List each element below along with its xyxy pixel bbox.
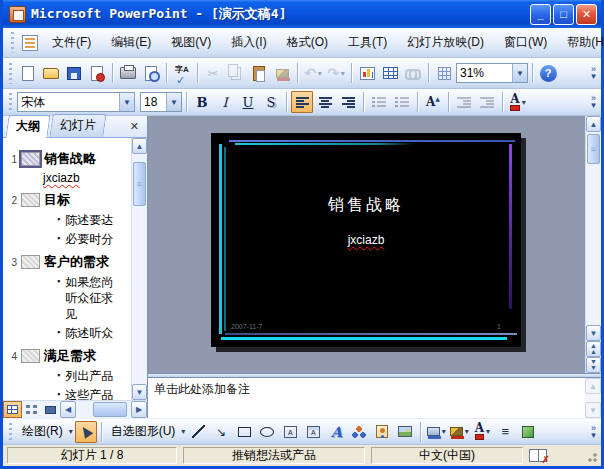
slide-thumbnail-icon[interactable] xyxy=(21,152,40,166)
wordart-button[interactable]: A xyxy=(325,421,347,443)
insert-table-button[interactable] xyxy=(379,62,401,84)
notes-placeholder[interactable]: 单击此处添加备注 xyxy=(148,378,585,418)
slide-sorter-view-button[interactable] xyxy=(22,401,41,418)
scroll-down-icon[interactable]: ▼ xyxy=(132,384,147,400)
outline-title[interactable]: 销售战略 xyxy=(44,150,96,168)
draw-font-color-button[interactable]: A▾ xyxy=(471,421,493,443)
hscroll-track[interactable] xyxy=(76,401,131,418)
outline-bullet[interactable]: 列出产品 xyxy=(7,368,131,384)
scroll-left-icon[interactable]: ◀ xyxy=(60,401,76,418)
pane-close-icon[interactable]: ✕ xyxy=(124,118,145,137)
menu-insert[interactable]: 插入(I) xyxy=(221,29,276,56)
minimize-button[interactable]: _ xyxy=(530,4,551,25)
print-preview-button[interactable] xyxy=(140,62,162,84)
numbering-button[interactable] xyxy=(368,91,390,113)
previous-slide-icon[interactable]: ▲▲ xyxy=(586,341,601,357)
slide-thumbnail-icon[interactable] xyxy=(21,349,40,363)
slide-canvas[interactable]: 销售战略 jxciazb 2007-11-7 1 xyxy=(148,116,585,373)
italic-button[interactable]: I xyxy=(214,91,236,113)
help-button[interactable]: ? xyxy=(537,62,559,84)
slide-thumbnail-icon[interactable] xyxy=(21,193,40,207)
menu-slideshow[interactable]: 幻灯片放映(D) xyxy=(397,29,494,56)
next-slide-icon[interactable]: ▼▼ xyxy=(586,357,601,373)
underline-button[interactable]: U xyxy=(237,91,259,113)
bullets-button[interactable] xyxy=(391,91,413,113)
slide-scroll-thumb[interactable] xyxy=(587,134,600,164)
formatting-toolbar-gripper[interactable] xyxy=(8,93,13,111)
increase-font-size-button[interactable]: A xyxy=(422,91,444,113)
print-button[interactable] xyxy=(117,62,139,84)
toolbar-options-icon[interactable]: »▾ xyxy=(588,66,599,80)
fill-color-button[interactable]: ▾ xyxy=(425,421,447,443)
menu-window[interactable]: 窗口(W) xyxy=(494,29,557,56)
font-name-dropdown-icon[interactable]: ▼ xyxy=(119,93,134,111)
slide[interactable]: 销售战略 jxciazb 2007-11-7 1 xyxy=(211,133,521,347)
scroll-right-icon[interactable]: ▶ xyxy=(131,401,147,418)
standard-toolbar-gripper[interactable] xyxy=(8,63,13,84)
menu-format[interactable]: 格式(O) xyxy=(277,29,338,56)
font-size-dropdown-icon[interactable]: ▼ xyxy=(166,93,181,111)
menu-file[interactable]: 文件(F) xyxy=(42,29,101,56)
menu-gripper[interactable] xyxy=(10,32,15,52)
shape-3d-button[interactable] xyxy=(517,421,539,443)
document-icon[interactable] xyxy=(22,35,38,51)
show-grid-button[interactable] xyxy=(433,62,455,84)
outline-bullet[interactable]: 如果您尚 听众征求 见 xyxy=(7,274,131,322)
outline-text[interactable]: jxciazb xyxy=(7,171,131,185)
paste-button[interactable] xyxy=(248,62,270,84)
close-button[interactable]: ✕ xyxy=(576,4,597,25)
outline-title[interactable]: 目标 xyxy=(44,191,70,209)
drawing-toolbar-gripper[interactable] xyxy=(8,423,13,441)
slide-thumbnail-icon[interactable] xyxy=(21,255,40,269)
menu-edit[interactable]: 编辑(E) xyxy=(101,29,161,56)
line-button[interactable] xyxy=(187,421,209,443)
redo-button[interactable]: ↷▾ xyxy=(325,62,347,84)
menu-tools[interactable]: 工具(T) xyxy=(338,29,397,56)
normal-view-button[interactable] xyxy=(3,401,22,418)
format-painter-button[interactable] xyxy=(271,62,293,84)
insert-hyperlink-button[interactable] xyxy=(402,62,424,84)
status-template-name[interactable]: 推销想法或产品 xyxy=(183,447,365,464)
tab-slides[interactable]: 幻灯片 xyxy=(49,114,106,137)
align-center-button[interactable] xyxy=(314,91,336,113)
increase-indent-button[interactable] xyxy=(476,91,498,113)
spelling-button[interactable]: 字A xyxy=(171,62,193,84)
scroll-down-icon[interactable]: ▼ xyxy=(585,402,601,418)
select-objects-button[interactable] xyxy=(75,421,97,443)
diagram-button[interactable] xyxy=(348,421,370,443)
decrease-indent-button[interactable] xyxy=(453,91,475,113)
slide-subtitle[interactable]: jxciazb xyxy=(211,233,521,247)
insert-chart-button[interactable] xyxy=(356,62,378,84)
arrow-button[interactable]: ↘ xyxy=(210,421,232,443)
outline-title[interactable]: 客户的需求 xyxy=(44,253,109,271)
outline-scroll-thumb[interactable] xyxy=(133,162,146,206)
align-left-button[interactable] xyxy=(291,91,313,113)
status-language[interactable]: 中文(中国) xyxy=(371,447,523,464)
line-style-button[interactable]: ≡ xyxy=(494,421,516,443)
slideshow-view-button[interactable] xyxy=(41,401,60,418)
bold-button[interactable]: B xyxy=(191,91,213,113)
autoshapes-menu-button[interactable]: 自选图形(U)▾ xyxy=(106,421,187,443)
shadow-button[interactable]: S xyxy=(260,91,282,113)
scroll-up-icon[interactable]: ▲ xyxy=(586,116,601,132)
maximize-button[interactable]: □ xyxy=(553,4,574,25)
resize-grip[interactable] xyxy=(585,450,597,462)
align-right-button[interactable] xyxy=(337,91,359,113)
menu-help[interactable]: 帮助(H) xyxy=(557,29,604,56)
scroll-down-icon[interactable]: ▼ xyxy=(586,325,601,341)
spell-check-status-icon[interactable] xyxy=(529,449,547,462)
open-button[interactable] xyxy=(40,62,62,84)
outline-title[interactable]: 满足需求 xyxy=(44,347,96,365)
oval-button[interactable] xyxy=(256,421,278,443)
tab-outline[interactable]: 大纲 xyxy=(5,115,50,138)
outline-bullet[interactable]: 陈述要达 xyxy=(7,212,131,228)
copy-button[interactable] xyxy=(225,62,247,84)
font-name-input[interactable] xyxy=(18,93,119,111)
save-button[interactable] xyxy=(63,62,85,84)
drawing-toolbar-options-icon[interactable]: »▾ xyxy=(588,425,599,439)
undo-button[interactable]: ↶▾ xyxy=(302,62,324,84)
zoom-input[interactable] xyxy=(457,64,512,82)
zoom-dropdown-icon[interactable]: ▼ xyxy=(512,64,527,82)
formatting-toolbar-options-icon[interactable]: »▾ xyxy=(588,95,599,109)
permission-button[interactable] xyxy=(86,62,108,84)
